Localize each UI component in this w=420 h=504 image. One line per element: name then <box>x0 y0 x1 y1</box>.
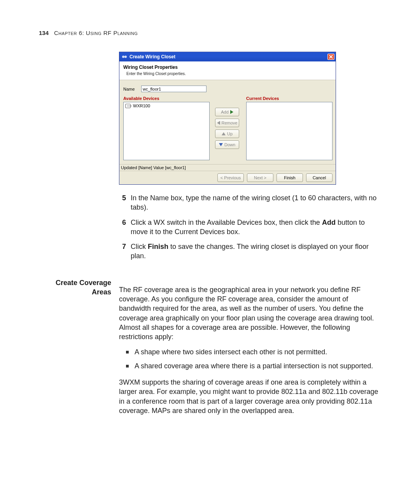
device-label: WXR100 <box>133 103 150 108</box>
dialog-footer: < Previous Next > Finish Cancel <box>119 171 336 184</box>
bullet-item: A shared coverage area where there is a … <box>126 361 381 371</box>
close-button[interactable] <box>327 54 334 60</box>
up-button[interactable]: Up <box>215 130 239 138</box>
list-item[interactable]: WXR100 <box>125 103 208 108</box>
name-input[interactable] <box>141 86 206 92</box>
down-button-label: Down <box>224 142 235 147</box>
finish-button[interactable]: Finish <box>276 173 303 182</box>
dialog-titlebar: Create Wiring Closet <box>119 52 336 61</box>
arrow-left-icon <box>217 121 220 125</box>
step-list: 5 In the Name box, type the name of the … <box>119 193 381 261</box>
cancel-button-label: Cancel <box>313 175 326 180</box>
create-wiring-closet-dialog: Create Wiring Closet Wiring Closet Prope… <box>119 52 336 185</box>
step-text: Click a WX switch in the Available Devic… <box>131 218 381 237</box>
section-para-1: The RF coverage area is the geographical… <box>119 285 381 342</box>
step-number: 5 <box>119 193 126 212</box>
chapter-rest: Using RF Planning <box>86 30 138 36</box>
finish-button-label: Finish <box>284 175 295 180</box>
chapter-line: Chapter 6: Using RF Planning <box>54 30 138 36</box>
up-button-label: Up <box>227 131 233 136</box>
dialog-subheading: Enter the Wiring Closet properties. <box>126 72 332 76</box>
arrow-right-icon <box>230 110 233 114</box>
current-devices-heading: Current Devices <box>246 96 332 101</box>
bullet-list: A shape where two sides intersect each o… <box>126 347 381 371</box>
app-icon <box>122 54 127 60</box>
section-heading-line2: Areas <box>39 287 111 297</box>
dialog-heading: Wiring Closet Properties <box>123 65 332 70</box>
step-7: 7 Click Finish to save the changes. The … <box>119 242 381 261</box>
remove-button[interactable]: Remove <box>215 119 239 127</box>
bullet-item: A shape where two sides intersect each o… <box>126 347 381 357</box>
svg-point-1 <box>124 56 127 58</box>
section-heading-line1: Create Coverage <box>39 278 111 287</box>
next-button-label: Next > <box>254 175 266 180</box>
status-text: Updated [Name] Value [wc_floor1] <box>119 164 336 171</box>
next-button[interactable]: Next > <box>247 173 273 182</box>
available-devices-list[interactable]: WXR100 <box>123 102 210 160</box>
step-number: 6 <box>119 218 126 237</box>
available-devices-heading: Available Devices <box>123 96 210 101</box>
current-devices-list[interactable] <box>246 102 332 160</box>
page-number: 134 <box>39 30 49 36</box>
step-text: In the Name box, type the name of the wi… <box>131 193 381 212</box>
remove-button-label: Remove <box>222 121 238 125</box>
arrow-up-icon <box>222 132 226 135</box>
step-number: 7 <box>119 242 126 261</box>
step-6: 6 Click a WX switch in the Available Dev… <box>119 218 381 237</box>
step-5: 5 In the Name box, type the name of the … <box>119 193 381 212</box>
add-button-label: Add <box>221 110 229 114</box>
previous-button[interactable]: < Previous <box>217 173 244 182</box>
section-para-2: 3WXM supports the sharing of coverage ar… <box>119 378 381 415</box>
name-label: Name <box>123 87 136 91</box>
dialog-title: Create Wiring Closet <box>130 54 327 60</box>
chapter-prefix: Chapter 6: <box>54 30 84 36</box>
step-text: Click Finish to save the changes. The wi… <box>131 242 381 261</box>
arrow-down-icon <box>219 143 223 146</box>
page-running-header: 134 Chapter 6: Using RF Planning <box>39 30 381 36</box>
device-icon <box>125 104 131 108</box>
down-button[interactable]: Down <box>215 140 239 149</box>
cancel-button[interactable]: Cancel <box>306 173 332 182</box>
svg-point-0 <box>122 56 124 58</box>
section-heading: Create Coverage Areas <box>39 278 111 421</box>
previous-button-label: < Previous <box>220 175 241 180</box>
dialog-header-panel: Wiring Closet Properties Enter the Wirin… <box>119 61 336 80</box>
add-button[interactable]: Add <box>215 108 239 116</box>
